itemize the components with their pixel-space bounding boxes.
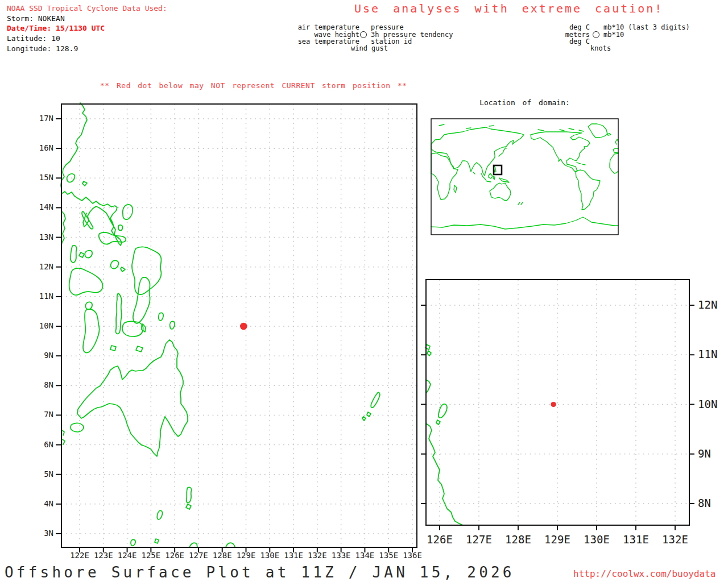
main-map-y-tick-label: 10N (31, 321, 53, 330)
main-map-y-tick-label: 16N (31, 143, 53, 152)
storm-position-dot-zoom (551, 402, 556, 407)
main-map-x-tick-label: 134E (353, 551, 377, 560)
main-map-x-tick-label: 124E (115, 551, 139, 560)
main-map-x-tick-label: 135E (377, 551, 400, 560)
zoom-map-x-tick-label: 127E (462, 533, 496, 546)
main-map-y-tick-label: 4N (31, 499, 53, 508)
zoom-map-y-tick-label: 8N (698, 497, 711, 509)
inset-map-border (431, 119, 618, 235)
main-map-gridlines (61, 104, 417, 547)
units-deg-c-2: deg C (529, 38, 590, 45)
main-map-x-tick-label: 125E (139, 551, 163, 560)
main-map-y-tick-label: 3N (31, 529, 53, 538)
main-map-y-tick-label: 12N (31, 262, 53, 271)
station-plot-circle-icon (593, 31, 599, 38)
main-map-x-tick-label: 123E (92, 551, 115, 560)
main-map-y-tick-label: 15N (31, 173, 53, 182)
main-map-x-tick-label: 129E (234, 551, 258, 560)
header-noaa-line: NOAA SSD Tropical Cyclone Data Used: (7, 3, 167, 14)
inset-map-title: Location of domain: (431, 98, 618, 107)
main-map-x-tick-label: 126E (163, 551, 187, 560)
main-map-y-tick-label: 13N (31, 232, 53, 242)
main-map-ticks (56, 119, 412, 552)
zoom-map-x-tick-label: 132E (658, 533, 692, 546)
world-coastline (431, 124, 618, 229)
storm-position-warning: ** Red dot below may NOT represent CURRE… (100, 81, 407, 90)
main-map-x-tick-label: 136E (400, 551, 424, 560)
main-map-x-tick-label: 133E (329, 551, 353, 560)
zoom-map-x-tick-label: 129E (540, 533, 574, 546)
offshore-surface-plot-page: NOAA SSD Tropical Cyclone Data Used: Sto… (0, 0, 728, 582)
units-mb10-last3: mb*10 (last 3 digits) (603, 24, 690, 31)
units-deg-c-1: deg C (529, 24, 590, 31)
station-plot-circle-icon (360, 31, 367, 38)
main-map-x-tick-label: 128E (210, 551, 234, 560)
main-map-y-tick-label: 7N (31, 410, 53, 419)
storm-position-dot-main (240, 323, 247, 330)
zoom-map (421, 280, 694, 530)
zoom-map-gridlines (426, 280, 689, 525)
zoom-map-x-tick-label: 131E (619, 533, 653, 546)
zoom-map-y-tick-label: 10N (698, 398, 717, 410)
header-latitude-line: Latitude: 10 (7, 34, 60, 44)
main-map-y-tick-label: 9N (31, 351, 53, 360)
header-longitude-line: Longitude: 128.9 (7, 44, 78, 54)
header-storm-line: Storm: NOKEAN (7, 14, 65, 24)
zoom-map-y-tick-label: 11N (698, 348, 717, 360)
main-map-y-tick-label: 14N (31, 202, 53, 211)
units-knots: knots (590, 45, 611, 52)
main-map-y-tick-label: 11N (31, 292, 53, 301)
legend-air-temperature: air temperature (273, 24, 359, 31)
main-map-x-tick-label: 131E (282, 551, 305, 560)
zoom-map-x-tick-label: 126E (423, 533, 457, 546)
main-map-border (61, 104, 417, 547)
legend-wind-gust: wind gust (351, 45, 388, 52)
philippines-coastline (61, 103, 380, 547)
zoom-map-x-tick-label: 128E (501, 533, 535, 546)
caution-title: Use analyses with extreme caution! (354, 2, 663, 15)
main-map-y-tick-label: 8N (31, 380, 53, 389)
main-map-x-tick-label: 122E (68, 551, 92, 560)
main-map (56, 103, 417, 552)
zoom-map-coastline (425, 344, 463, 525)
main-map-y-tick-label: 6N (31, 440, 53, 449)
header-datetime-line: Date/Time: 15/1130 UTC (7, 23, 105, 34)
legend-sea-temperature: sea temperature (273, 38, 359, 45)
inset-world-map (431, 119, 618, 235)
zoom-map-y-tick-label: 9N (698, 447, 711, 460)
legend-pressure: pressure (371, 24, 404, 31)
main-map-y-tick-label: 5N (31, 469, 53, 479)
zoom-map-ticks (421, 305, 694, 530)
page-title: Offshore Surface Plot at 11Z / JAN 15, 2… (5, 564, 515, 581)
main-map-x-tick-label: 132E (305, 551, 329, 560)
zoom-map-y-tick-label: 12N (698, 298, 717, 311)
zoom-map-x-tick-label: 130E (580, 533, 614, 546)
main-map-x-tick-label: 127E (187, 551, 210, 560)
buoydata-url-link[interactable]: http://coolwx.com/buoydata (573, 568, 715, 579)
main-map-y-tick-label: 17N (31, 114, 53, 123)
main-map-x-tick-label: 130E (258, 551, 282, 560)
units-mb10: mb*10 (603, 31, 624, 38)
